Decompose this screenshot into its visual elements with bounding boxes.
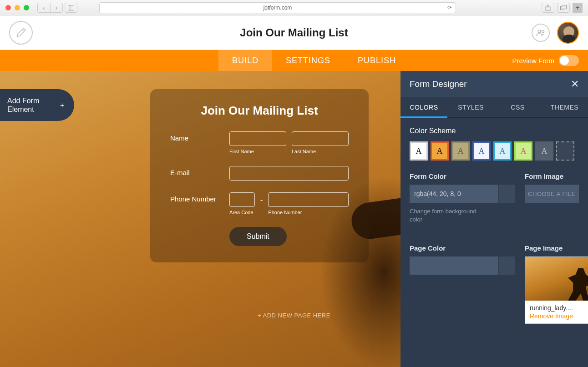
back-button[interactable]: ‹	[38, 3, 51, 12]
window-minimize[interactable]	[15, 5, 20, 10]
sidebar-toggle[interactable]	[65, 3, 77, 13]
forward-button[interactable]: ›	[51, 3, 63, 12]
page-color-input-wrap	[410, 256, 515, 275]
add-form-element-button[interactable]: Add Form Element +	[0, 89, 74, 121]
divider	[400, 234, 588, 234]
sublabel-phone-number: Phone Number	[268, 210, 349, 215]
page-color-label: Page Color	[410, 244, 515, 252]
color-swatch-6[interactable]: A	[535, 141, 553, 161]
designer-tab-colors[interactable]: COLORS	[400, 97, 447, 117]
window-close[interactable]	[5, 5, 11, 10]
sublabel-area-code: Area Code	[229, 210, 255, 215]
close-icon[interactable]: ✕	[571, 78, 579, 90]
tab-build[interactable]: BUILD	[218, 50, 272, 71]
form-color-input-wrap	[410, 185, 515, 203]
sublabel-first-name: First Name	[229, 149, 286, 154]
window-zoom[interactable]	[24, 5, 29, 10]
color-scheme-label: Color Scheme	[410, 127, 579, 135]
form-heading: Join Our Mailing List	[170, 104, 349, 118]
sublabel-last-name: Last Name	[292, 149, 349, 154]
email-input[interactable]	[229, 166, 349, 181]
page-image-label: Page Image	[525, 244, 588, 252]
preview-toggle[interactable]	[559, 55, 579, 66]
phone-dash: -	[260, 192, 263, 204]
choose-file-button[interactable]: CHOOSE A FILE	[525, 185, 579, 203]
main-nav: BUILD SETTINGS PUBLISH Preview Form	[0, 50, 588, 71]
form-row-name: Name First Name Last Name	[170, 131, 349, 154]
phone-number-input[interactable]	[268, 192, 349, 207]
area-code-input[interactable]	[229, 192, 255, 207]
form-color-label: Form Color	[410, 172, 515, 180]
svg-rect-5	[562, 5, 567, 9]
submit-button[interactable]: Submit	[229, 227, 287, 246]
page-title: Join Our Mailing List	[240, 26, 348, 39]
designer-tab-themes[interactable]: THEMES	[541, 97, 588, 117]
form-image-label: Form Image	[525, 172, 579, 180]
last-name-input[interactable]	[292, 131, 349, 146]
browser-chrome: ‹ › jotform.com ⟳ +	[0, 0, 588, 15]
form-designer-panel: Form Designer ✕ COLORS STYLES CSS THEMES…	[400, 71, 588, 367]
form-color-input[interactable]	[410, 185, 498, 203]
new-tab-button[interactable]: +	[573, 3, 583, 13]
tab-settings[interactable]: SETTINGS	[272, 50, 344, 71]
form-color-hint: Change form background color	[410, 207, 482, 224]
form-canvas: Add Form Element + Join Our Mailing List…	[0, 71, 588, 367]
users-icon	[536, 29, 546, 36]
reload-icon[interactable]: ⟳	[447, 5, 452, 11]
svg-point-9	[542, 30, 544, 32]
tab-publish[interactable]: PUBLISH	[344, 50, 410, 71]
color-swatch-4[interactable]: A	[493, 141, 512, 161]
add-form-element-label: Add Form Element	[7, 96, 48, 114]
color-scheme-swatches: AAAAAAA	[410, 141, 579, 161]
designer-title: Form Designer	[410, 79, 467, 89]
preview-form-label: Preview Form	[512, 57, 554, 65]
color-swatch-1[interactable]: A	[431, 141, 449, 161]
page-image-filename: running_lady....	[525, 301, 588, 312]
url-text: jotform.com	[264, 5, 292, 11]
pencil-icon	[13, 24, 30, 41]
color-swatch-0[interactable]: A	[410, 141, 428, 161]
share-icon[interactable]	[542, 3, 554, 13]
app-logo[interactable]	[9, 21, 33, 45]
color-swatch-custom[interactable]	[556, 141, 574, 161]
plus-icon: +	[60, 101, 64, 110]
form-preview[interactable]: Join Our Mailing List Name First Name La…	[150, 89, 369, 262]
form-row-phone: Phone Number Area Code - Phone Number	[170, 192, 349, 215]
color-swatch-2[interactable]: A	[451, 141, 470, 161]
label-phone: Phone Number	[170, 192, 229, 203]
designer-tab-styles[interactable]: STYLES	[447, 97, 494, 117]
svg-rect-0	[68, 5, 74, 10]
page-image-thumbnail[interactable]	[525, 257, 588, 301]
designer-tab-css[interactable]: CSS	[494, 97, 541, 117]
collaborators-button[interactable]	[532, 24, 550, 42]
page-color-input[interactable]	[410, 256, 498, 275]
color-swatch-5[interactable]: A	[514, 141, 532, 161]
url-bar[interactable]: jotform.com ⟳	[99, 2, 456, 13]
svg-marker-6	[16, 28, 25, 38]
add-new-page-button[interactable]: + ADD NEW PAGE HERE	[258, 312, 330, 319]
form-color-chip[interactable]	[498, 185, 515, 203]
page-image-card: running_lady.... Remove Image	[525, 256, 588, 324]
user-avatar[interactable]	[557, 22, 579, 44]
app-header: Join Our Mailing List	[0, 15, 588, 50]
page-color-chip[interactable]	[498, 256, 515, 275]
form-row-email: E-mail	[170, 166, 349, 181]
color-swatch-3[interactable]: A	[472, 141, 491, 161]
svg-rect-4	[561, 6, 565, 10]
label-name: Name	[170, 131, 229, 142]
svg-point-8	[538, 30, 541, 33]
label-email: E-mail	[170, 166, 229, 176]
remove-image-link[interactable]: Remove Image	[525, 312, 588, 323]
tabs-icon[interactable]	[557, 3, 570, 13]
svg-line-7	[22, 29, 24, 31]
first-name-input[interactable]	[229, 131, 286, 146]
traffic-lights	[5, 5, 29, 10]
